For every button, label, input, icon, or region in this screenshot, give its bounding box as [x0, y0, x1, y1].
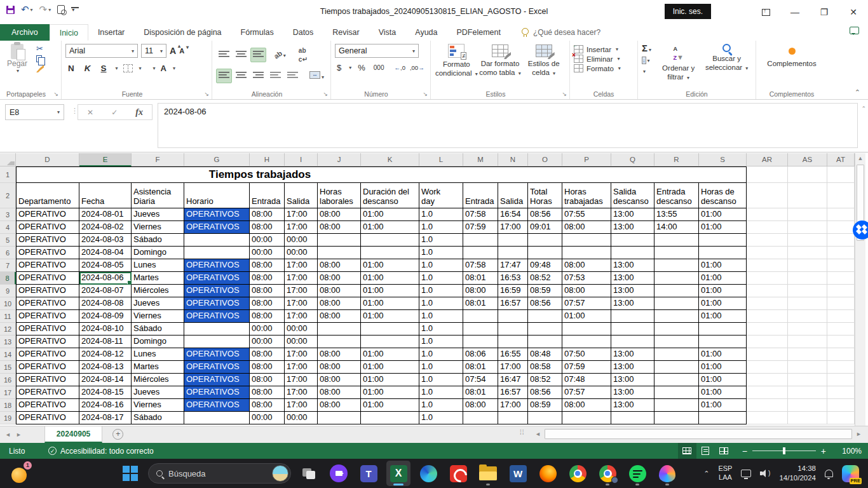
table-header-cell[interactable]: Salida descanso — [611, 183, 654, 208]
cell[interactable]: 00:00 — [285, 234, 318, 247]
cell[interactable]: 01:00 — [361, 208, 419, 221]
empty-cell[interactable] — [788, 166, 827, 183]
weather-widget-icon[interactable]: 1 — [11, 464, 31, 483]
cell[interactable]: Lunes — [132, 348, 184, 361]
empty-cell[interactable] — [827, 412, 855, 424]
cell[interactable] — [562, 323, 611, 336]
word-icon[interactable]: W — [506, 461, 530, 486]
cell[interactable]: 2024-08-02 — [79, 221, 132, 234]
cell[interactable]: 1.0 — [419, 234, 463, 247]
cell[interactable]: 08:00 — [318, 361, 361, 374]
number-format-select[interactable]: General▾ — [335, 44, 419, 58]
cell[interactable]: 08:01 — [463, 361, 498, 374]
new-sheet-icon[interactable]: + — [112, 429, 123, 440]
cell[interactable]: 1.0 — [419, 348, 463, 361]
empty-cell[interactable] — [747, 208, 788, 221]
cell[interactable]: OPERATIVOS — [184, 259, 250, 272]
empty-cell[interactable] — [827, 166, 855, 183]
wrap-text-button[interactable]: abc↵ — [296, 44, 310, 65]
row-header-11[interactable]: 11 — [0, 310, 16, 323]
table-header-cell[interactable]: Total Horas — [528, 183, 562, 208]
cell[interactable]: 07:54 — [463, 374, 498, 386]
cell[interactable]: 13:00 — [611, 221, 654, 234]
cell[interactable] — [611, 323, 654, 336]
sign-in-button[interactable]: Inic. ses. — [665, 4, 711, 19]
cell[interactable]: OPERATIVOS — [184, 285, 250, 297]
scroll-left-icon[interactable]: ◄ — [532, 431, 543, 437]
zoom-level[interactable]: 100% — [834, 447, 862, 456]
undo-icon[interactable]: ↶▾ — [21, 4, 33, 15]
cell[interactable]: 01:00 — [361, 399, 419, 412]
cell[interactable]: 00:00 — [285, 247, 318, 259]
cell[interactable]: 17:00 — [285, 272, 318, 285]
cell[interactable]: 2024-08-09 — [79, 310, 132, 323]
cell[interactable]: 01:00 — [361, 221, 419, 234]
cell[interactable]: OPERATIVO — [16, 259, 79, 272]
cell[interactable] — [318, 336, 361, 348]
cell[interactable]: 07:48 — [562, 374, 611, 386]
column-header-N[interactable]: N — [498, 153, 528, 166]
align-bottom-button[interactable] — [250, 48, 266, 62]
cell[interactable]: 2024-08-15 — [79, 386, 132, 399]
cell[interactable] — [654, 259, 699, 272]
horizontal-scrollbar[interactable]: ◄ ► — [532, 427, 864, 441]
cell[interactable]: Domingo — [132, 336, 184, 348]
sheet-nav-left-icon[interactable]: ◄ — [0, 426, 16, 443]
cell[interactable]: 08:00 — [318, 310, 361, 323]
cell[interactable]: 01:00 — [361, 259, 419, 272]
excel-taskbar-icon[interactable]: X — [386, 461, 410, 486]
cell[interactable]: 1.0 — [419, 399, 463, 412]
cell[interactable]: 16:59 — [498, 285, 528, 297]
cell[interactable]: 1.0 — [419, 336, 463, 348]
italic-button[interactable]: K — [82, 62, 93, 74]
chrome-icon[interactable] — [566, 461, 590, 486]
empty-cell[interactable] — [747, 166, 788, 183]
cell[interactable]: 09:01 — [528, 221, 562, 234]
cell[interactable]: 16:47 — [498, 374, 528, 386]
cell[interactable]: 17:00 — [285, 374, 318, 386]
cell[interactable]: OPERATIVOS — [184, 386, 250, 399]
tab-insertar[interactable]: Insertar — [88, 24, 134, 41]
cell[interactable] — [528, 336, 562, 348]
cell[interactable]: 1.0 — [419, 208, 463, 221]
cell[interactable]: 00:00 — [250, 412, 285, 424]
cell[interactable]: OPERATIVO — [16, 234, 79, 247]
empty-cell[interactable] — [788, 208, 827, 221]
cell[interactable]: 01:00 — [699, 386, 747, 399]
shrink-font-button[interactable]: A▾ — [179, 47, 184, 55]
cell[interactable]: 08:00 — [562, 221, 611, 234]
column-header-AR[interactable]: AR — [747, 153, 788, 166]
cell[interactable] — [654, 234, 699, 247]
cell[interactable] — [463, 310, 498, 323]
tab-scroll-splitter[interactable]: ⁞⁞ — [520, 429, 525, 436]
cell[interactable] — [611, 247, 654, 259]
cell[interactable] — [528, 412, 562, 424]
cell[interactable]: 01:00 — [699, 361, 747, 374]
cell[interactable]: 08:00 — [250, 348, 285, 361]
cell[interactable]: 07:58 — [463, 208, 498, 221]
cell[interactable]: 08:00 — [250, 310, 285, 323]
cell[interactable] — [498, 336, 528, 348]
cell[interactable]: 08:00 — [250, 386, 285, 399]
cell[interactable]: 1.0 — [419, 272, 463, 285]
font-color-button[interactable]: A — [161, 64, 166, 73]
tab-revisar[interactable]: Revisar — [323, 24, 369, 41]
cell[interactable]: 00:00 — [285, 323, 318, 336]
cell[interactable]: 17:00 — [285, 259, 318, 272]
autosum-button[interactable]: Σ▾ — [642, 44, 651, 53]
cell[interactable]: 17:00 — [498, 361, 528, 374]
column-header-F[interactable]: F — [132, 153, 184, 166]
cell[interactable]: 17:00 — [285, 386, 318, 399]
cell[interactable]: OPERATIVOS — [184, 361, 250, 374]
name-box[interactable]: E8▾ — [5, 104, 64, 120]
cell[interactable]: 13:00 — [611, 386, 654, 399]
cell[interactable]: 16:53 — [498, 272, 528, 285]
cell[interactable]: 1.0 — [419, 361, 463, 374]
cell[interactable]: 2024-08-16 — [79, 399, 132, 412]
cell[interactable] — [361, 323, 419, 336]
cell[interactable] — [654, 399, 699, 412]
row-header-18[interactable]: 18 — [0, 399, 16, 412]
cell[interactable]: 07:50 — [562, 348, 611, 361]
cell[interactable]: 2024-08-04 — [79, 247, 132, 259]
empty-cell[interactable] — [827, 348, 855, 361]
